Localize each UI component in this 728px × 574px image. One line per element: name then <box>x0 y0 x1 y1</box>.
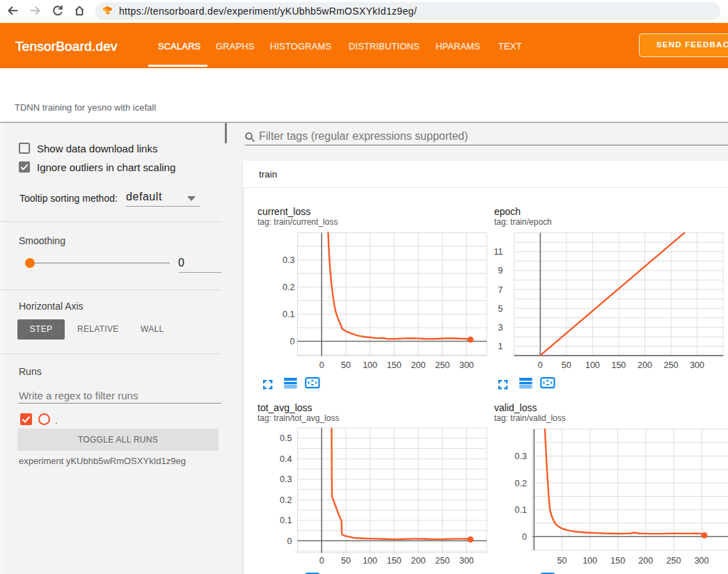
svg-text:0: 0 <box>290 337 295 346</box>
svg-text:300: 300 <box>695 556 709 566</box>
svg-text:100: 100 <box>585 360 600 370</box>
svg-text:200: 200 <box>411 556 426 566</box>
svg-text:0.1: 0.1 <box>515 505 527 515</box>
svg-text:150: 150 <box>610 556 625 566</box>
svg-text:5: 5 <box>498 304 503 314</box>
svg-text:100: 100 <box>583 556 597 566</box>
svg-text:50: 50 <box>562 360 571 370</box>
svg-text:50: 50 <box>341 556 351 566</box>
svg-text:0.5: 0.5 <box>280 433 292 443</box>
svg-text:250: 250 <box>435 556 450 566</box>
svg-text:300: 300 <box>690 360 704 370</box>
svg-text:300: 300 <box>459 360 474 370</box>
svg-text:0.2: 0.2 <box>280 495 292 505</box>
svg-text:300: 300 <box>459 556 474 566</box>
svg-text:50: 50 <box>341 360 351 370</box>
svg-text:150: 150 <box>611 360 626 370</box>
svg-text:100: 100 <box>363 360 377 370</box>
svg-text:250: 250 <box>667 556 681 566</box>
svg-text:0: 0 <box>319 556 324 566</box>
svg-text:200: 200 <box>411 360 426 370</box>
svg-text:0.1: 0.1 <box>280 516 292 525</box>
svg-text:150: 150 <box>387 360 402 370</box>
svg-text:250: 250 <box>435 360 450 370</box>
svg-text:0.3: 0.3 <box>515 452 527 461</box>
svg-text:0.1: 0.1 <box>283 310 294 319</box>
svg-text:0.3: 0.3 <box>283 255 294 265</box>
svg-text:0: 0 <box>319 360 324 370</box>
svg-text:50: 50 <box>557 556 567 566</box>
svg-text:1: 1 <box>498 342 503 351</box>
svg-text:200: 200 <box>638 360 652 370</box>
svg-text:7: 7 <box>498 285 503 295</box>
svg-text:100: 100 <box>363 556 377 566</box>
svg-text:0: 0 <box>538 360 543 370</box>
svg-text:0.4: 0.4 <box>280 454 292 464</box>
svg-text:0.3: 0.3 <box>280 475 292 484</box>
svg-text:3: 3 <box>498 323 503 333</box>
svg-text:250: 250 <box>664 360 679 370</box>
svg-text:0: 0 <box>287 536 292 546</box>
svg-text:0: 0 <box>522 532 527 542</box>
svg-text:150: 150 <box>387 556 402 566</box>
svg-text:200: 200 <box>638 556 653 566</box>
svg-text:0.2: 0.2 <box>283 282 294 292</box>
svg-text:9: 9 <box>498 266 503 276</box>
svg-text:11: 11 <box>494 247 503 257</box>
svg-text:0.2: 0.2 <box>515 479 527 488</box>
